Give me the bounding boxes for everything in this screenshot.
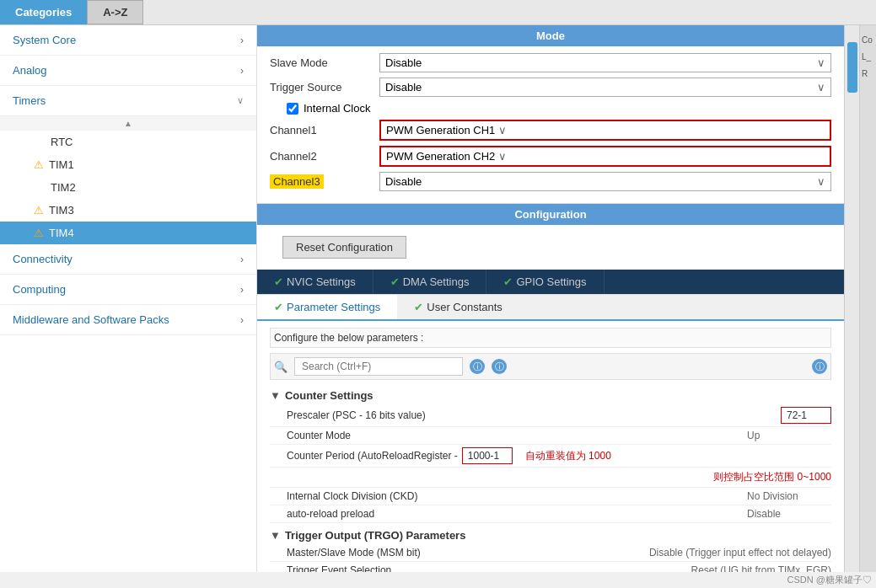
counter-settings-group: ▼ Counter Settings Prescaler (PSC - 16 b…: [270, 387, 831, 523]
sidebar-sub-tim3[interactable]: ⚠ TIM3: [0, 199, 256, 222]
sidebar-sub-rtc[interactable]: RTC: [0, 131, 256, 153]
channel2-select[interactable]: PWM Generation CH2 ∨: [379, 146, 831, 167]
top-nav: Categories A->Z: [0, 0, 876, 25]
trigger-source-row: Trigger Source Disable ∨: [270, 78, 831, 97]
side-label-r: R: [860, 67, 876, 80]
ckd-row: Internal Clock Division (CKD) No Divisio…: [270, 488, 831, 505]
collapse-icon: ▼: [270, 529, 281, 542]
check-icon: ✔: [503, 275, 513, 288]
counter-period-value[interactable]: 1000-1: [462, 447, 513, 464]
search-icon: 🔍: [274, 361, 288, 373]
scroll-indicator-icon: ▲: [124, 119, 132, 128]
prescaler-value[interactable]: 72-1: [781, 407, 831, 424]
counter-mode-row: Counter Mode Up: [270, 427, 831, 445]
sidebar-item-timers[interactable]: Timers ∨: [0, 86, 256, 116]
sidebar-item-middleware[interactable]: Middleware and Software Packs ›: [0, 305, 256, 335]
trigger-source-label: Trigger Source: [270, 81, 379, 94]
channel3-label-text: Channel3: [270, 174, 324, 189]
dropdown-arrow-icon: ∨: [498, 124, 507, 136]
watermark: CSDN @糖果罐子♡: [0, 572, 876, 588]
tab-bar-row2: ✔ Parameter Settings ✔ User Constants: [257, 295, 844, 321]
counter-period-row: Counter Period (AutoReloadRegister - 100…: [270, 445, 831, 468]
channel1-label: Channel1: [270, 124, 379, 136]
param-area: Configure the below parameters : 🔍 ⓘ ⓘ ⓘ…: [257, 321, 844, 572]
slave-mode-row: Slave Mode Disable ∨: [270, 53, 831, 72]
chevron-right-icon: ›: [240, 314, 244, 326]
internal-clock-label: Internal Clock: [304, 102, 370, 115]
dropdown-arrow-icon: ∨: [817, 175, 825, 188]
trigger-source-select[interactable]: Disable ∨: [379, 78, 831, 97]
counter-period-annotation: 自动重装值为 1000: [525, 449, 611, 463]
sidebar-item-connectivity[interactable]: Connectivity ›: [0, 244, 256, 275]
annotation2-row: 则控制占空比范围 0~1000: [270, 468, 831, 488]
auto-reload-row: auto-reload preload Disable: [270, 505, 831, 523]
collapse-icon: ▼: [270, 389, 281, 402]
internal-clock-checkbox[interactable]: [287, 103, 298, 115]
side-labels: Co L_ R: [859, 25, 876, 572]
sidebar-item-system-core[interactable]: System Core ›: [0, 25, 256, 56]
channel1-row: Channel1 PWM Generation CH1 ∨: [270, 120, 831, 141]
channel3-select[interactable]: Disable ∨: [379, 172, 831, 191]
tab-dma[interactable]: ✔ DMA Settings: [374, 270, 487, 294]
mode-form: Slave Mode Disable ∨ Trigger Source Disa…: [257, 46, 844, 204]
internal-clock-row: Internal Clock: [270, 102, 831, 115]
dropdown-arrow-icon: ∨: [817, 81, 825, 94]
info-icon[interactable]: ⓘ: [470, 359, 485, 374]
scrollbar: [844, 25, 859, 572]
counter-settings-header[interactable]: ▼ Counter Settings: [270, 387, 831, 404]
chevron-right-icon: ›: [240, 254, 244, 265]
trigger-output-group: ▼ Trigger Output (TRGO) Parameters Maste…: [270, 527, 831, 572]
sidebar-sub-tim2[interactable]: TIM2: [0, 176, 256, 199]
warning-icon: ⚠: [34, 158, 44, 171]
chevron-right-icon: ›: [240, 65, 244, 77]
tab-gpio[interactable]: ✔ GPIO Settings: [486, 270, 604, 294]
side-label-co: Co: [860, 34, 876, 46]
sidebar: System Core › Analog › Timers ∨ ▲: [0, 25, 257, 572]
check-icon: ✔: [414, 301, 423, 313]
tab-bar-row1: ✔ NVIC Settings ✔ DMA Settings ✔ GPIO Se…: [257, 270, 844, 295]
slave-mode-select[interactable]: Disable ∨: [379, 53, 831, 72]
sidebar-sub-tim4[interactable]: ⚠ TIM4: [0, 222, 256, 244]
slave-mode-label: Slave Mode: [270, 56, 379, 69]
prescaler-row: Prescaler (PSC - 16 bits value) 72-1: [270, 404, 831, 427]
config-header: Configuration: [257, 204, 844, 225]
param-desc: Configure the below parameters :: [270, 328, 831, 348]
reset-config-button[interactable]: Reset Configuration: [282, 236, 406, 259]
tab-parameter-settings[interactable]: ✔ Parameter Settings: [257, 295, 397, 321]
az-btn[interactable]: A->Z: [87, 0, 143, 24]
dropdown-arrow-icon: ∨: [817, 56, 825, 69]
trigger-output-header[interactable]: ▼ Trigger Output (TRGO) Parameters: [270, 527, 831, 544]
channel3-row: Channel3 Disable ∨: [270, 172, 831, 191]
sidebar-item-analog[interactable]: Analog ›: [0, 56, 256, 86]
sidebar-item-computing[interactable]: Computing ›: [0, 275, 256, 305]
check-icon: ✔: [274, 301, 283, 313]
timers-sub-menu: RTC ⚠ TIM1 TIM2 ⚠ TIM3 ⚠: [0, 131, 256, 244]
sidebar-sub-tim1[interactable]: ⚠ TIM1: [0, 153, 256, 176]
msm-row: Master/Slave Mode (MSM bit) Disable (Tri…: [270, 544, 831, 562]
config-section: Configuration Reset Configuration ✔ NVIC…: [257, 204, 844, 572]
warning-icon: ⚠: [34, 204, 44, 216]
channel2-row: Channel2 PWM Generation CH2 ∨: [270, 146, 831, 167]
param-search-input[interactable]: [294, 357, 463, 376]
chevron-right-icon: ›: [240, 35, 244, 46]
chevron-down-icon: ∨: [237, 95, 244, 106]
info3-icon[interactable]: ⓘ: [812, 359, 827, 374]
chevron-right-icon: ›: [240, 284, 244, 296]
categories-btn[interactable]: Categories: [0, 0, 87, 24]
channel3-label: Channel3: [270, 175, 379, 188]
channel1-select[interactable]: PWM Generation CH1 ∨: [379, 120, 831, 141]
info2-icon[interactable]: ⓘ: [492, 359, 507, 374]
dropdown-arrow-icon: ∨: [498, 150, 507, 163]
side-label-l: L_: [860, 51, 876, 63]
annotation2-text: 则控制占空比范围 0~1000: [713, 470, 831, 484]
check-icon: ✔: [390, 275, 400, 288]
tab-user-constants[interactable]: ✔ User Constants: [397, 295, 519, 319]
right-panel: Mode Slave Mode Disable ∨ Trigger Source: [257, 25, 844, 572]
warning-icon: ⚠: [34, 227, 44, 239]
scroll-thumb[interactable]: [847, 42, 857, 93]
check-icon: ✔: [274, 275, 283, 288]
tab-nvic[interactable]: ✔ NVIC Settings: [257, 270, 374, 294]
trigger-event-row: Trigger Event Selection Reset (UG bit fr…: [270, 562, 831, 572]
mode-header: Mode: [257, 25, 844, 46]
channel2-label: Channel2: [270, 150, 379, 163]
